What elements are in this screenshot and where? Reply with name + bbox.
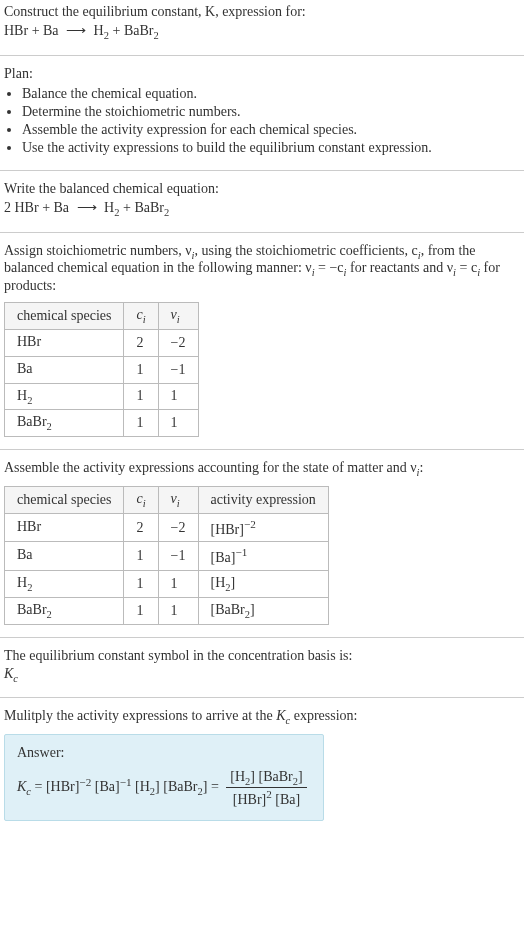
assign-text-part: = c [456, 260, 477, 275]
den-ba: [Ba] [272, 792, 300, 807]
species-babr2-sub: 2 [153, 30, 158, 41]
activity-heading: Assemble the activity expressions accoun… [4, 460, 520, 478]
species-babr2-base: BaBr [134, 200, 164, 215]
term-ba: [Ba] [91, 780, 119, 795]
ae-post: ] [250, 602, 255, 617]
col-vi: νi [158, 303, 198, 330]
balanced-equation: 2 HBr + Ba ⟶ H2 + BaBr2 [4, 197, 520, 220]
ae-pre: [HBr] [211, 521, 244, 536]
activity-heading-text: Assemble the activity expressions accoun… [4, 460, 417, 475]
fraction: [H2] [BaBr2] [HBr]2 [Ba] [226, 769, 306, 807]
plan-heading: Plan: [4, 66, 520, 82]
cell-vi: −1 [158, 356, 198, 383]
assign-text-part: for reactants and ν [346, 260, 453, 275]
cell-ci: 1 [124, 410, 158, 437]
col-ci: ci [124, 303, 158, 330]
col-vi-sub: i [177, 498, 180, 509]
num-h2-a: [H [230, 769, 245, 784]
cell-activity: [BaBr2] [198, 597, 328, 624]
kc-sub: c [13, 672, 18, 683]
species-ba: Ba [43, 23, 59, 38]
activity-heading-suffix: : [420, 460, 424, 475]
stoich-table: chemical species ci νi HBr 2 −2 Ba 1 −1 … [4, 302, 199, 437]
col-ci: ci [124, 486, 158, 513]
cell-species: HBr [5, 513, 124, 542]
table-row: HBr 2 −2 [HBr]−2 [5, 513, 329, 542]
activity-table: chemical species ci νi activity expressi… [4, 486, 329, 625]
intro-section: Construct the equilibrium constant, K, e… [0, 0, 524, 55]
cell-species: H2 [5, 383, 124, 410]
species-sub: 2 [27, 394, 32, 405]
balanced-section: Write the balanced chemical equation: 2 … [0, 170, 524, 232]
species-text: HBr [17, 334, 41, 349]
cell-vi: 1 [158, 410, 198, 437]
cell-ci: 1 [124, 542, 158, 571]
equals-sign: = [31, 780, 46, 795]
ae-post: ] [231, 575, 236, 590]
species-h2-base: H [104, 200, 114, 215]
species-hbr: HBr [4, 23, 28, 38]
species-text: BaBr [17, 602, 47, 617]
table-row: BaBr2 1 1 [5, 410, 199, 437]
species-babr2: BaBr2 [124, 23, 159, 38]
term-hbr: [HBr] [46, 780, 79, 795]
answer-label: Answer: [17, 745, 311, 761]
answer-equation: Kc = [HBr]−2 [Ba]−1 [H2] [BaBr2] = [H2] … [17, 767, 311, 809]
num-close: ] [298, 769, 303, 784]
cell-activity: [H2] [198, 571, 328, 598]
cell-vi: 1 [158, 383, 198, 410]
table-row: Ba 1 −1 [Ba]−1 [5, 542, 329, 571]
kc-symbol-text: The equilibrium constant symbol in the c… [4, 648, 520, 664]
species-h2-base: H [94, 23, 104, 38]
table-row: H2 1 1 [5, 383, 199, 410]
reaction-arrow-icon: ⟶ [62, 23, 90, 38]
species-babr2-base: BaBr [124, 23, 154, 38]
cell-vi: −2 [158, 513, 198, 542]
species-sub: 2 [27, 582, 32, 593]
term-ba-sup: −1 [120, 776, 132, 788]
unbalanced-equation: HBr + Ba ⟶ H2 + BaBr2 [4, 20, 520, 43]
reaction-arrow-icon: ⟶ [73, 200, 101, 215]
cell-ci: 1 [124, 356, 158, 383]
cell-species: Ba [5, 542, 124, 571]
kc-sym: K [4, 666, 13, 681]
cell-activity: [HBr]−2 [198, 513, 328, 542]
cell-vi: 1 [158, 571, 198, 598]
plan-item: Balance the chemical equation. [22, 86, 520, 102]
table-header-row: chemical species ci νi [5, 303, 199, 330]
species-sub: 2 [47, 421, 52, 432]
col-ci-sub: i [143, 314, 146, 325]
cell-vi: −2 [158, 329, 198, 356]
cell-species: H2 [5, 571, 124, 598]
ae-pre: [H [211, 575, 226, 590]
cell-activity: [Ba]−1 [198, 542, 328, 571]
plan-item: Assemble the activity expression for eac… [22, 122, 520, 138]
species-h2: H2 [94, 23, 109, 38]
ae-pre: [Ba] [211, 550, 236, 565]
species-text: BaBr [17, 414, 47, 429]
table-row: H2 1 1 [H2] [5, 571, 329, 598]
intro-line: Construct the equilibrium constant, K, e… [4, 4, 520, 20]
coef-2: 2 [4, 200, 15, 215]
term-hbr-sup: −2 [79, 776, 91, 788]
cell-ci: 1 [124, 571, 158, 598]
multiply-text-b: expression: [290, 708, 357, 723]
multiply-section: Mulitply the activity expressions to arr… [0, 697, 524, 832]
plan-list: Balance the chemical equation. Determine… [4, 86, 520, 156]
den-hbr: [HBr] [233, 792, 266, 807]
kc-sym: K [276, 708, 285, 723]
cell-species: BaBr2 [5, 597, 124, 624]
answer-box: Answer: Kc = [HBr]−2 [Ba]−1 [H2] [BaBr2]… [4, 734, 324, 820]
assign-text-part: Assign stoichiometric numbers, ν [4, 243, 192, 258]
cell-species: Ba [5, 356, 124, 383]
species-ba: Ba [54, 200, 70, 215]
assign-text-part: , using the stoichiometric coefficients,… [194, 243, 417, 258]
col-species: chemical species [5, 303, 124, 330]
species-sub: 2 [47, 609, 52, 620]
kc-symbol-section: The equilibrium constant symbol in the c… [0, 637, 524, 698]
species-text: H [17, 388, 27, 403]
term-h2-a: [H [132, 780, 150, 795]
ae-sup: −1 [235, 546, 247, 558]
plan-item: Use the activity expressions to build th… [22, 140, 520, 156]
fraction-denominator: [HBr]2 [Ba] [226, 788, 306, 808]
